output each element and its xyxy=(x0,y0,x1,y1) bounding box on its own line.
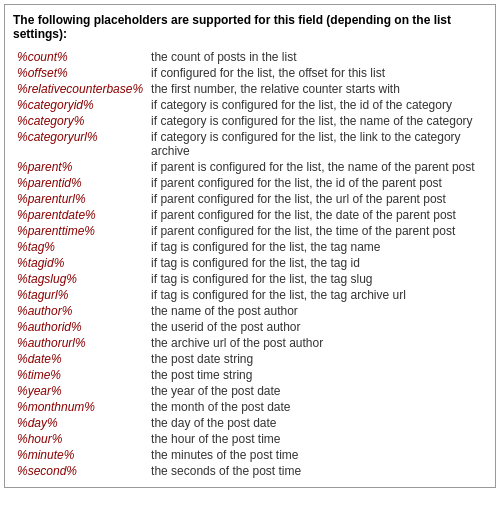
table-row: %year%the year of the post date xyxy=(13,383,487,399)
table-row: %tagslug%if tag is configured for the li… xyxy=(13,271,487,287)
placeholder-description: if tag is configured for the list, the t… xyxy=(147,271,487,287)
table-row: %parentid%if parent configured for the l… xyxy=(13,175,487,191)
placeholder-key: %hour% xyxy=(13,431,147,447)
placeholder-description: if parent is configured for the list, th… xyxy=(147,159,487,175)
placeholder-description: if tag is configured for the list, the t… xyxy=(147,287,487,303)
table-row: %parent%if parent is configured for the … xyxy=(13,159,487,175)
placeholder-description: the count of posts in the list xyxy=(147,49,487,65)
table-row: %day%the day of the post date xyxy=(13,415,487,431)
table-row: %parenttime%if parent configured for the… xyxy=(13,223,487,239)
placeholder-description: if category is configured for the list, … xyxy=(147,113,487,129)
placeholder-description: the userid of the post author xyxy=(147,319,487,335)
table-row: %tagid%if tag is configured for the list… xyxy=(13,255,487,271)
placeholder-key: %parentid% xyxy=(13,175,147,191)
table-row: %monthnum%the month of the post date xyxy=(13,399,487,415)
table-row: %authorurl%the archive url of the post a… xyxy=(13,335,487,351)
table-row: %parentdate%if parent configured for the… xyxy=(13,207,487,223)
placeholder-description: if configured for the list, the offset f… xyxy=(147,65,487,81)
placeholder-description: the post time string xyxy=(147,367,487,383)
placeholder-description: the minutes of the post time xyxy=(147,447,487,463)
placeholder-description: if category is configured for the list, … xyxy=(147,129,487,159)
placeholder-description: if tag is configured for the list, the t… xyxy=(147,255,487,271)
table-row: %author%the name of the post author xyxy=(13,303,487,319)
table-row: %count%the count of posts in the list xyxy=(13,49,487,65)
placeholder-description: the first number, the relative counter s… xyxy=(147,81,487,97)
placeholder-description: if tag is configured for the list, the t… xyxy=(147,239,487,255)
placeholder-key: %tag% xyxy=(13,239,147,255)
table-row: %categoryurl%if category is configured f… xyxy=(13,129,487,159)
placeholder-key: %time% xyxy=(13,367,147,383)
placeholder-key: %tagslug% xyxy=(13,271,147,287)
placeholder-description: the year of the post date xyxy=(147,383,487,399)
placeholder-key: %parentdate% xyxy=(13,207,147,223)
table-row: %relativecounterbase%the first number, t… xyxy=(13,81,487,97)
placeholder-key: %tagid% xyxy=(13,255,147,271)
placeholder-description: the post date string xyxy=(147,351,487,367)
table-row: %parenturl%if parent configured for the … xyxy=(13,191,487,207)
placeholder-description: the archive url of the post author xyxy=(147,335,487,351)
table-row: %date%the post date string xyxy=(13,351,487,367)
table-row: %authorid%the userid of the post author xyxy=(13,319,487,335)
placeholder-description: the month of the post date xyxy=(147,399,487,415)
placeholder-key: %day% xyxy=(13,415,147,431)
table-row: %minute%the minutes of the post time xyxy=(13,447,487,463)
placeholder-key: %author% xyxy=(13,303,147,319)
placeholder-key: %count% xyxy=(13,49,147,65)
table-row: %categoryid%if category is configured fo… xyxy=(13,97,487,113)
table-row: %tag%if tag is configured for the list, … xyxy=(13,239,487,255)
placeholder-key: %year% xyxy=(13,383,147,399)
table-row: %offset%if configured for the list, the … xyxy=(13,65,487,81)
placeholder-key: %authorid% xyxy=(13,319,147,335)
placeholder-help-panel: The following placeholders are supported… xyxy=(4,4,496,488)
placeholder-description: the name of the post author xyxy=(147,303,487,319)
placeholder-key: %date% xyxy=(13,351,147,367)
placeholder-description: the day of the post date xyxy=(147,415,487,431)
panel-header: The following placeholders are supported… xyxy=(13,13,487,41)
placeholder-key: %category% xyxy=(13,113,147,129)
table-row: %time%the post time string xyxy=(13,367,487,383)
placeholder-key: %monthnum% xyxy=(13,399,147,415)
placeholder-key: %second% xyxy=(13,463,147,479)
placeholder-description: if parent configured for the list, the u… xyxy=(147,191,487,207)
placeholder-key: %categoryurl% xyxy=(13,129,147,159)
placeholder-key: %categoryid% xyxy=(13,97,147,113)
placeholder-key: %authorurl% xyxy=(13,335,147,351)
table-row: %category%if category is configured for … xyxy=(13,113,487,129)
placeholder-key: %relativecounterbase% xyxy=(13,81,147,97)
placeholder-key: %minute% xyxy=(13,447,147,463)
placeholder-description: the seconds of the post time xyxy=(147,463,487,479)
placeholder-key: %parent% xyxy=(13,159,147,175)
placeholder-description: if parent configured for the list, the d… xyxy=(147,207,487,223)
placeholder-key: %parenturl% xyxy=(13,191,147,207)
placeholder-key: %tagurl% xyxy=(13,287,147,303)
table-row: %hour%the hour of the post time xyxy=(13,431,487,447)
placeholder-key: %parenttime% xyxy=(13,223,147,239)
table-row: %tagurl%if tag is configured for the lis… xyxy=(13,287,487,303)
placeholder-table: %count%the count of posts in the list%of… xyxy=(13,49,487,479)
placeholder-description: the hour of the post time xyxy=(147,431,487,447)
placeholder-description: if parent configured for the list, the t… xyxy=(147,223,487,239)
placeholder-description: if category is configured for the list, … xyxy=(147,97,487,113)
table-row: %second%the seconds of the post time xyxy=(13,463,487,479)
placeholder-description: if parent configured for the list, the i… xyxy=(147,175,487,191)
placeholder-key: %offset% xyxy=(13,65,147,81)
